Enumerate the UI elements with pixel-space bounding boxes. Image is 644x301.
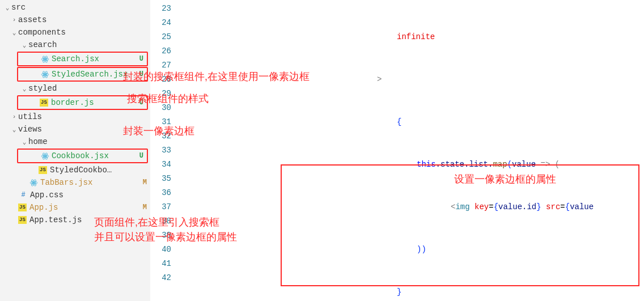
git-status: U: [139, 99, 143, 107]
tree-item-label: TabBars.jsx: [40, 178, 143, 187]
chevron-down-icon: ⌄: [20, 138, 28, 146]
tree-item-search-jsx[interactable]: Search.jsxU: [18, 53, 147, 65]
svg-point-8: [44, 155, 46, 157]
react-icon: [28, 179, 39, 187]
tree-item-label: StyledSearch.jsx: [52, 70, 139, 79]
annotation-highlight-box: Search.jsxU: [17, 52, 148, 66]
js-icon: JS: [40, 99, 48, 107]
react-icon: [40, 152, 50, 160]
tree-item-label: utils: [18, 112, 147, 121]
svg-point-0: [44, 58, 46, 60]
folder-src[interactable]: ⌄ src: [0, 1, 150, 14]
tree-item-home[interactable]: ⌄home: [0, 135, 150, 148]
tree-item-tabbars-jsx[interactable]: TabBars.jsxM: [0, 176, 150, 189]
tree-item-label: components: [18, 28, 147, 37]
tree-item-app-css[interactable]: #App.css: [0, 189, 150, 201]
react-icon: [40, 70, 50, 79]
tree-item-label: styled: [28, 84, 147, 93]
tree-item-border-js[interactable]: JSborder.jsU: [18, 96, 147, 109]
js-icon: JS: [18, 204, 27, 211]
js-icon: JS: [18, 216, 27, 224]
tree-item-label: search: [28, 40, 147, 49]
tree-item-app-js[interactable]: JSApp.jsM: [0, 201, 150, 214]
tree-item-label: Search.jsx: [52, 54, 139, 63]
git-status: U: [139, 55, 143, 63]
chevron-down-icon: ⌄: [10, 29, 18, 36]
chevron-down-icon: ⌄: [20, 85, 28, 92]
git-status: M: [143, 179, 147, 186]
tree-item-label: App.js: [29, 203, 143, 212]
annotation-highlight-box: StyledSearch.jsxU: [17, 67, 148, 82]
tree-item-search[interactable]: ⌄search: [0, 39, 150, 51]
tree-item-utils[interactable]: ›utils: [0, 111, 150, 123]
chevron-down-icon: ⌄: [3, 4, 11, 11]
tree-item-styledcookbo-[interactable]: JSStyledCookbo…: [0, 164, 150, 176]
line-gutter: 2324252627282930313233343536373839404142: [150, 0, 181, 301]
css-icon: #: [18, 191, 28, 199]
git-status: M: [143, 204, 147, 211]
js-icon: JS: [39, 166, 47, 174]
annotation-highlight-box: Cookbook.jsxU: [17, 149, 148, 163]
react-icon: [40, 55, 50, 63]
tree-item-label: StyledCookbo…: [50, 166, 147, 175]
file-explorer-sidebar[interactable]: ⌄ src ›assets⌄components⌄searchSearch.js…: [0, 0, 150, 301]
tree-item-label: home: [28, 137, 147, 146]
tree-item-cookbook-jsx[interactable]: Cookbook.jsxU: [18, 150, 147, 162]
svg-point-4: [44, 74, 46, 75]
tree-item-styledsearch-jsx[interactable]: StyledSearch.jsxU: [18, 68, 147, 80]
tree-item-components[interactable]: ⌄components: [0, 26, 150, 39]
tree-item-label: App.test.js: [29, 215, 147, 224]
tree-item-views[interactable]: ⌄views: [0, 123, 150, 135]
annotation-highlight-box: JSborder.jsU: [17, 95, 148, 110]
git-status: U: [139, 70, 143, 78]
git-status: U: [139, 152, 143, 160]
chevron-down-icon: ⌄: [10, 126, 18, 133]
code-area[interactable]: infinite > { this.state.list.map(value =…: [181, 0, 644, 301]
code-editor[interactable]: 2324252627282930313233343536373839404142…: [150, 0, 644, 301]
tree-item-assets[interactable]: ›assets: [0, 14, 150, 26]
tree-item-app-test-js[interactable]: JSApp.test.js: [0, 214, 150, 226]
tree-item-label: border.js: [51, 98, 139, 107]
chevron-right-icon: ›: [10, 16, 18, 23]
tree-item-label: Cookbook.jsx: [52, 151, 139, 160]
tree-item-label: views: [18, 125, 147, 134]
tree-item-styled[interactable]: ⌄styled: [0, 82, 150, 95]
tree-item-label: assets: [18, 15, 147, 24]
svg-point-12: [33, 182, 35, 184]
chevron-right-icon: ›: [10, 113, 18, 120]
tree-item-label: App.css: [30, 190, 147, 200]
chevron-down-icon: ⌄: [20, 41, 28, 49]
